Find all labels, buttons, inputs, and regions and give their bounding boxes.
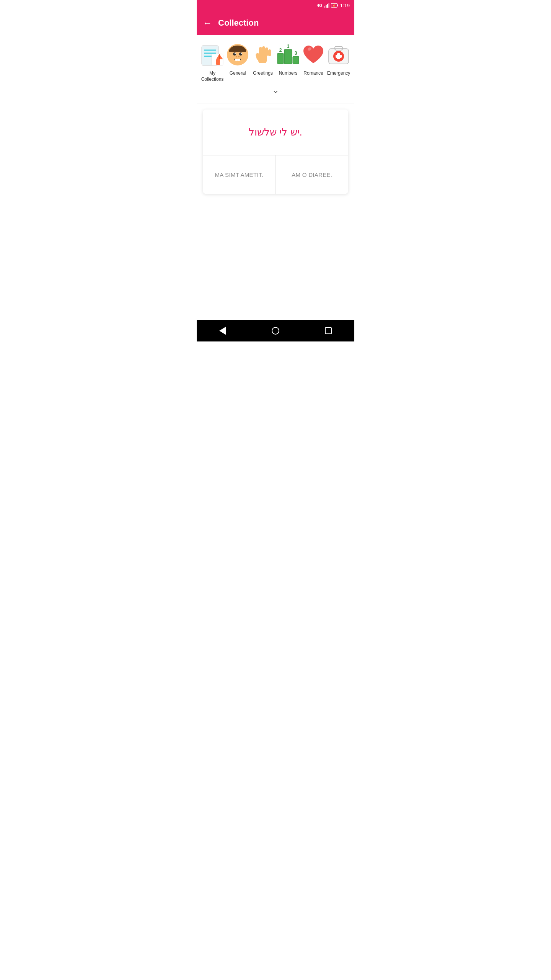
category-item-greetings[interactable]: Greetings [251,41,275,77]
svg-text:1: 1 [287,44,290,49]
svg-rect-34 [293,56,299,64]
flashcard-section: .יש לי שלשול MA SIMT AMETIT. AM O DIAREE… [197,103,354,200]
back-button[interactable]: ← [203,18,212,28]
nav-home-button[interactable] [264,324,287,338]
svg-rect-41 [336,55,342,58]
my-collections-icon [200,42,225,67]
romance-label: Romance [303,70,323,77]
svg-rect-0 [324,6,325,8]
svg-text:2: 2 [279,47,282,53]
svg-rect-29 [268,49,271,56]
svg-rect-30 [277,53,284,64]
network-indicator: 4G [317,3,323,8]
numbers-label: Numbers [279,70,298,77]
category-item-general[interactable]: General [225,41,250,77]
emergency-icon-container [325,41,352,68]
svg-text:3: 3 [295,51,297,56]
flashcard-answer-2[interactable]: AM O DIAREE. [276,155,349,194]
status-time: 1:19 [340,3,350,8]
my-collections-label: My Collections [200,70,225,82]
romance-icon [301,42,326,67]
svg-point-18 [235,53,236,54]
svg-rect-12 [216,59,220,65]
svg-marker-3 [328,3,329,8]
battery-icon: ⚡ [331,3,339,8]
svg-point-17 [239,52,242,56]
app-title: Collection [218,18,259,28]
my-collections-icon-container [199,41,226,68]
general-label: General [230,70,246,77]
svg-rect-28 [265,47,268,56]
nav-recent-icon [325,327,332,334]
svg-rect-27 [262,46,265,56]
svg-point-20 [236,56,237,57]
category-item-romance[interactable]: Romance [301,41,326,77]
svg-point-21 [238,56,240,57]
general-icon [225,42,250,67]
category-section: My Collections [197,35,354,103]
svg-rect-2 [327,4,328,8]
category-item-emergency[interactable]: Emergency [326,41,351,77]
svg-rect-5 [337,5,338,7]
signal-icon [324,3,329,8]
nav-back-icon [219,327,226,335]
romance-icon-container [300,41,327,68]
app-bar: ← Collection [197,11,354,35]
svg-point-19 [241,53,242,54]
flashcard-answers: MA SIMT AMETIT. AM O DIAREE. [203,155,348,194]
chevron-down-icon[interactable]: ⌄ [272,85,279,95]
emergency-label: Emergency [327,70,350,77]
flashcard-answer-2-text: AM O DIAREE. [292,172,332,178]
nav-recent-button[interactable] [317,324,339,337]
category-row: My Collections [200,41,351,82]
flashcard-hebrew-text: .יש לי שלשול [249,126,302,138]
flashcard-question: .יש לי שלשול [203,109,348,155]
general-icon-container [224,41,251,68]
svg-rect-26 [259,47,262,56]
nav-home-icon [272,327,279,335]
emergency-icon [326,42,351,67]
expand-row: ⌄ [200,82,351,100]
category-item-my-collections[interactable]: My Collections [200,41,225,82]
status-bar: 4G ⚡ 1:19 [197,0,354,11]
svg-rect-32 [284,49,292,64]
svg-point-16 [233,52,236,56]
bottom-nav [197,320,354,341]
nav-back-button[interactable] [212,323,234,338]
status-icons: 4G ⚡ 1:19 [317,3,350,8]
greetings-icon-container [249,41,276,68]
greetings-icon [251,42,275,67]
numbers-icon: 2 1 3 [276,42,300,67]
svg-rect-1 [326,5,327,8]
flashcard-answer-1[interactable]: MA SIMT AMETIT. [203,155,276,194]
greetings-label: Greetings [253,70,273,77]
flashcard: .יש לי שלשול MA SIMT AMETIT. AM O DIAREE… [203,109,348,194]
flashcard-answer-1-text: MA SIMT AMETIT. [215,172,263,178]
numbers-icon-container: 2 1 3 [275,41,302,68]
category-item-numbers[interactable]: 2 1 3 Numbers [276,41,300,77]
svg-text:⚡: ⚡ [332,4,336,8]
